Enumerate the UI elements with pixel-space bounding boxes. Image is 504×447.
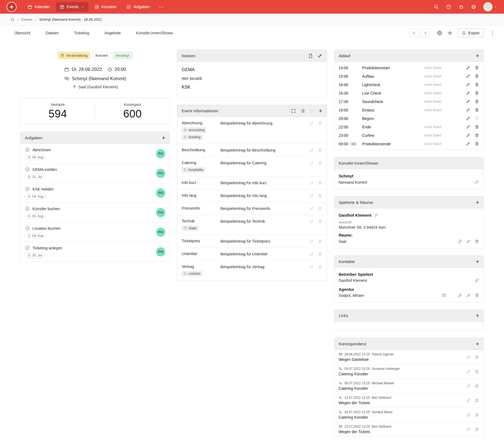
task-check-icon[interactable] (25, 186, 30, 192)
delete-icon[interactable] (318, 181, 322, 185)
edit-icon[interactable] (309, 239, 314, 244)
publish-globe-icon[interactable] (437, 30, 443, 36)
task-row[interactable]: GEMA melden 31. Jul PO (20, 164, 170, 183)
delete-icon[interactable] (318, 161, 322, 165)
delete-icon[interactable] (475, 125, 479, 129)
delete-icon[interactable] (475, 74, 479, 78)
delete-icon[interactable] (318, 239, 322, 244)
add-info-button[interactable]: + (319, 108, 322, 114)
app-logo[interactable]: + (7, 2, 17, 12)
edit-icon[interactable] (309, 252, 314, 256)
breadcrumb-events-link[interactable]: Events (22, 17, 32, 22)
edit-icon[interactable] (466, 99, 470, 104)
delete-icon[interactable] (475, 384, 479, 388)
tab[interactable]: Übersicht (7, 26, 38, 40)
home-icon[interactable] (10, 17, 15, 22)
tab[interactable]: Angebote (97, 26, 128, 40)
nav-item-kontakte[interactable]: Kontakte (91, 2, 120, 12)
artist-link-icon[interactable] (474, 180, 479, 185)
edit-icon[interactable] (466, 355, 471, 360)
edit-icon[interactable] (309, 194, 314, 198)
list-view-icon[interactable] (300, 108, 305, 113)
tab[interactable]: Ticketing (66, 26, 97, 40)
tag-filter-icon[interactable] (310, 108, 314, 113)
nav-item-aufgaben[interactable]: Aufgaben (122, 2, 154, 12)
edit-icon[interactable] (466, 108, 470, 112)
edit-icon[interactable] (466, 116, 470, 121)
task-row[interactable]: Ticketing anlegen 28. Jul PO (20, 242, 170, 261)
edit-icon[interactable] (309, 161, 314, 165)
delete-icon[interactable] (475, 427, 479, 432)
edit-icon[interactable] (466, 125, 470, 129)
edit-icon[interactable] (466, 293, 471, 298)
send-mail-icon[interactable] (442, 293, 446, 298)
edit-icon[interactable] (309, 181, 314, 185)
expand-icon[interactable] (291, 108, 296, 113)
delete-icon[interactable] (318, 219, 322, 224)
delete-icon[interactable] (475, 398, 479, 403)
edit-icon[interactable] (309, 206, 314, 211)
add-link-button[interactable]: + (476, 313, 479, 319)
edit-icon[interactable] (466, 74, 470, 78)
edit-icon[interactable] (466, 133, 470, 138)
delete-icon[interactable] (475, 133, 479, 138)
bug-report-icon[interactable] (458, 4, 464, 10)
nav-item-events[interactable]: Events (56, 2, 88, 12)
delete-icon[interactable] (475, 293, 479, 298)
delete-icon[interactable] (475, 82, 479, 87)
overflow-menu-icon[interactable]: ⋮ (488, 29, 497, 37)
edit-icon[interactable] (466, 413, 471, 417)
task-check-icon[interactable] (25, 167, 30, 172)
edit-icon[interactable] (309, 265, 314, 269)
favorite-star-icon[interactable]: ★ (447, 30, 453, 36)
delete-icon[interactable] (475, 99, 479, 104)
edit-icon[interactable] (466, 384, 471, 388)
task-check-icon[interactable] (25, 245, 30, 250)
delete-icon[interactable] (475, 413, 479, 417)
delete-icon[interactable] (318, 265, 322, 269)
task-row[interactable]: Abrechnen 06. Aug PO (20, 144, 170, 164)
link-icon[interactable] (458, 239, 462, 244)
note-document-icon[interactable] (308, 53, 313, 58)
delete-icon[interactable] (318, 206, 322, 211)
task-check-icon[interactable] (25, 226, 30, 231)
edit-icon[interactable] (466, 427, 471, 432)
edit-icon[interactable] (466, 65, 470, 70)
delete-icon[interactable] (318, 121, 322, 126)
tab[interactable]: Dateien (38, 26, 66, 40)
delete-icon[interactable] (318, 252, 322, 256)
delete-icon[interactable] (475, 355, 479, 360)
task-row[interactable]: KSK melden 04. Aug PO (20, 183, 170, 203)
delete-icon[interactable] (475, 116, 479, 121)
task-check-icon[interactable] (25, 206, 30, 211)
add-venue-button[interactable]: + (476, 200, 479, 206)
edit-icon[interactable] (466, 398, 471, 403)
search-icon[interactable] (433, 4, 439, 10)
add-schedule-item-button[interactable]: + (476, 53, 479, 59)
edit-icon[interactable] (466, 82, 470, 87)
delete-icon[interactable] (475, 369, 479, 374)
delete-icon[interactable] (318, 194, 322, 198)
help-icon[interactable] (446, 4, 451, 10)
venue-link-icon[interactable] (374, 213, 378, 218)
export-button[interactable]: Export (457, 29, 484, 37)
next-event-button[interactable] (420, 29, 430, 37)
add-correspondence-button[interactable]: + (476, 341, 479, 347)
delete-icon[interactable] (475, 141, 479, 146)
edit-icon[interactable] (309, 219, 314, 224)
task-check-icon[interactable] (25, 147, 30, 152)
tab[interactable]: Künstler:innen/Shows (128, 26, 181, 40)
previous-event-button[interactable] (409, 29, 419, 37)
delete-icon[interactable] (475, 65, 479, 70)
add-contact-button[interactable]: + (476, 259, 479, 265)
link-icon[interactable] (458, 293, 462, 298)
edit-icon[interactable] (466, 369, 471, 374)
nav-item-kalender[interactable]: Kalender (24, 2, 54, 12)
task-row[interactable]: Künstler buchen 03. Aug PO (20, 203, 170, 222)
task-row[interactable]: Location buchen 04. Aug PO (20, 222, 170, 242)
edit-icon[interactable] (309, 121, 314, 126)
more-menu-button[interactable]: ⋯ (156, 2, 168, 11)
user-menu[interactable] (483, 2, 497, 11)
edit-icon[interactable] (309, 148, 314, 153)
edit-icon[interactable] (466, 91, 470, 95)
